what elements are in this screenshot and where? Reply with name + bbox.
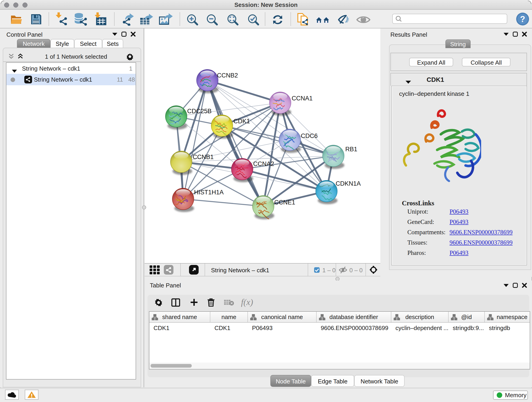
svg-text:CDC25B: CDC25B [187,108,212,115]
svg-text:CCNE1: CCNE1 [274,199,295,206]
svg-text:CDK1: CDK1 [234,118,250,125]
svg-text:HIST1H1A: HIST1H1A [194,189,224,196]
svg-text:CCNB2: CCNB2 [217,72,238,79]
svg-text:CCNA1: CCNA1 [292,95,313,102]
svg-text:CCNB1: CCNB1 [193,153,214,160]
svg-text:CDKN1A: CDKN1A [336,180,361,187]
svg-text:?: ? [520,14,525,24]
svg-text:CDC6: CDC6 [301,133,318,139]
svg-text:RB1: RB1 [345,146,357,153]
svg-text:CCNA2: CCNA2 [253,160,274,167]
